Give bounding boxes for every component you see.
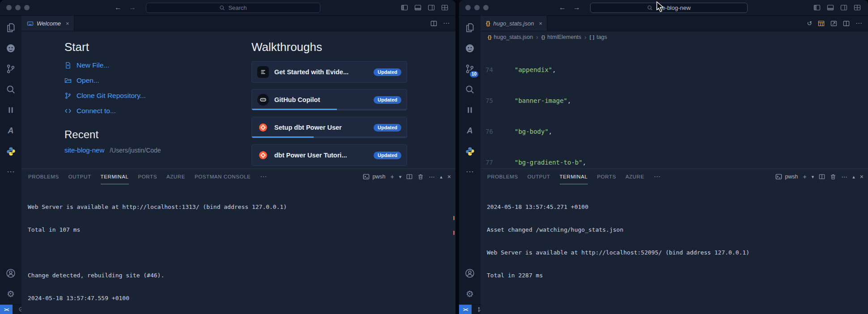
customize-layout-icon[interactable] [854, 4, 861, 11]
panel-tab-output[interactable]: OUTPUT [68, 169, 91, 184]
clone-repo-link[interactable]: Clone Git Repository... [64, 92, 224, 100]
terminal-dropdown-icon[interactable]: ▾ [812, 174, 814, 180]
timeline-history-icon[interactable]: ↺ [807, 20, 812, 27]
panel-tab-problems[interactable]: PROBLEMS [28, 169, 59, 184]
walkthrough-github-copilot[interactable]: GitHub Copilot Updated [251, 89, 407, 110]
account-icon[interactable] [459, 263, 481, 284]
toggle-primary-sidebar-icon[interactable] [813, 4, 821, 11]
walkthrough-evidence[interactable]: Get Started with Evide... Updated [251, 61, 407, 83]
new-terminal-icon[interactable]: + [391, 173, 394, 180]
new-terminal-icon[interactable]: + [803, 173, 807, 180]
recent-workspace-link[interactable]: site-blog-new [64, 146, 104, 154]
maximize-panel-icon[interactable]: ▴ [852, 174, 855, 180]
command-center-search[interactable]: Search [146, 3, 320, 13]
minimize-window-button[interactable] [474, 5, 480, 10]
source-control-icon[interactable] [0, 59, 21, 79]
settings-gear-icon[interactable]: ⚙ [459, 284, 481, 304]
maximize-panel-icon[interactable]: ▴ [440, 174, 443, 180]
tab-close-icon[interactable]: × [66, 20, 69, 27]
tab-close-icon[interactable]: × [539, 20, 542, 27]
terminal-output-right[interactable]: 2024-05-18 13:57:45.271 +0100 Asset chan… [481, 184, 868, 314]
python-icon[interactable] [0, 141, 21, 161]
forward-button[interactable]: → [129, 4, 136, 12]
panel-tab-ports[interactable]: PORTS [597, 169, 616, 184]
search-sidebar-icon[interactable] [459, 79, 481, 100]
walkthrough-setup-dbt[interactable]: Setup dbt Power User Updated [251, 117, 407, 138]
split-terminal-icon[interactable] [819, 174, 825, 180]
panel-tab-ports[interactable]: PORTS [138, 169, 157, 184]
panel-more-tabs-icon[interactable]: ⋯ [654, 173, 660, 181]
new-file-link[interactable]: New File... [64, 61, 224, 69]
close-window-button[interactable] [6, 5, 12, 10]
customize-layout-icon[interactable] [441, 4, 448, 11]
a-extension-icon[interactable]: A [459, 120, 481, 141]
toggle-panel-icon[interactable] [827, 4, 834, 11]
forward-button[interactable]: → [573, 4, 580, 12]
close-window-button[interactable] [465, 5, 471, 10]
back-button[interactable]: ← [115, 4, 122, 12]
terminal-output-left[interactable]: Web Server is available at http://localh… [21, 184, 455, 314]
panel-tab-azure[interactable]: AZURE [166, 169, 185, 184]
minimize-window-button[interactable] [15, 5, 21, 10]
more-actions-icon[interactable]: ⋯ [443, 19, 450, 27]
toggle-primary-sidebar-icon[interactable] [401, 4, 408, 11]
toggle-secondary-sidebar-icon[interactable] [428, 4, 435, 11]
panel-more-actions-icon[interactable]: ⋯ [429, 173, 435, 180]
toggle-panel-icon[interactable] [414, 4, 421, 11]
python-icon[interactable] [459, 141, 481, 161]
panel-tab-postman-console[interactable]: POSTMAN CONSOLE [195, 169, 251, 184]
shell-selector[interactable]: pwsh [363, 174, 385, 180]
table-view-icon[interactable] [818, 20, 825, 27]
settings-gear-icon[interactable]: ⚙ [0, 284, 21, 304]
traffic-lights [459, 5, 493, 10]
panel-tab-problems[interactable]: PROBLEMS [487, 169, 518, 184]
tab-hugo-stats-json[interactable]: {} hugo_stats.json × [481, 16, 547, 31]
kill-terminal-trash-icon[interactable] [830, 174, 836, 180]
panel-tab-output[interactable]: OUTPUT [528, 169, 550, 184]
remote-indicator[interactable]: >< [0, 305, 13, 314]
breadcrumb-tags[interactable]: [ ] tags [590, 34, 607, 40]
explorer-icon[interactable] [0, 17, 21, 38]
tab-welcome[interactable]: Welcome × [21, 16, 74, 31]
zoom-window-button[interactable] [483, 5, 489, 10]
github-icon[interactable] [459, 38, 481, 59]
remote-indicator[interactable]: >< [459, 305, 472, 314]
search-sidebar-icon[interactable] [0, 79, 21, 100]
pause-bars-icon[interactable] [0, 100, 21, 120]
zoom-window-button[interactable] [24, 5, 30, 10]
split-editor-icon[interactable] [430, 20, 437, 27]
github-icon[interactable] [0, 38, 21, 59]
more-extensions-icon[interactable]: ⋯ [0, 161, 21, 182]
more-extensions-icon[interactable]: ⋯ [459, 161, 481, 182]
more-actions-icon[interactable]: ⋯ [855, 19, 862, 27]
explorer-icon[interactable] [459, 17, 481, 38]
panel-tab-terminal[interactable]: TERMINAL [560, 169, 588, 184]
terminal-dropdown-icon[interactable]: ▾ [399, 174, 402, 180]
kill-terminal-trash-icon[interactable] [417, 174, 424, 180]
panel-tab-terminal[interactable]: TERMINAL [101, 169, 129, 184]
a-extension-icon[interactable]: A [0, 120, 21, 141]
breadcrumb-file[interactable]: {} hugo_stats.json [488, 34, 533, 40]
close-panel-icon[interactable]: × [860, 173, 864, 180]
panel-more-tabs-icon[interactable]: ⋯ [260, 173, 267, 181]
open-link[interactable]: Open... [64, 76, 224, 85]
split-terminal-icon[interactable] [406, 174, 413, 180]
panel-more-actions-icon[interactable]: ⋯ [841, 173, 847, 180]
pause-bars-icon[interactable] [459, 100, 481, 120]
code-editor[interactable]: 74"appendix", 75"banner-image", 76"bg-bo… [481, 43, 868, 169]
split-editor-icon[interactable] [843, 20, 850, 27]
panel-tab-azure[interactable]: AZURE [625, 169, 644, 184]
updated-badge: Updated [374, 124, 401, 132]
account-icon[interactable] [0, 263, 21, 284]
breadcrumb-htmlelements[interactable]: {} htmlElements [541, 34, 581, 40]
walkthrough-dbt-tutorial[interactable]: dbt Power User Tutori... Updated [251, 144, 407, 166]
back-button[interactable]: ← [559, 4, 566, 12]
close-panel-icon[interactable]: × [447, 173, 451, 180]
shell-selector[interactable]: pwsh [775, 174, 798, 180]
open-preview-icon[interactable] [830, 20, 837, 27]
toggle-secondary-sidebar-icon[interactable] [840, 4, 847, 11]
connect-to-link[interactable]: Connect to... [64, 107, 224, 115]
command-center-search[interactable]: site-blog-new [590, 3, 748, 13]
json-string: "appendix" [515, 66, 552, 73]
source-control-icon[interactable]: 10 [459, 59, 481, 79]
